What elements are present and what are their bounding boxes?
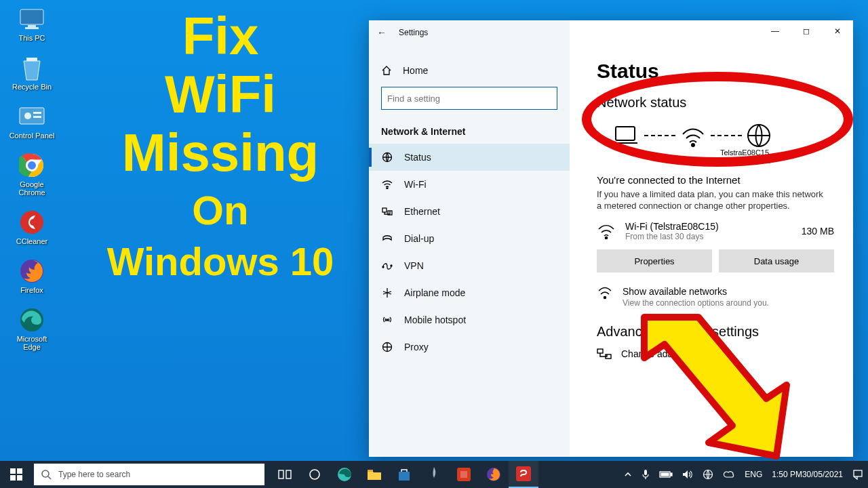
firefox-icon [18,258,45,285]
adapter-icon [597,348,612,360]
nav-label: Dial-up [404,233,434,244]
desktop-icon-label: Firefox [20,286,43,294]
desktop-icon-chrome[interactable]: Google Chrome [8,152,56,197]
wifi-icon [597,223,616,239]
svg-point-5 [24,113,31,119]
desktop-icon-ccleaner[interactable]: CCleaner [8,209,56,245]
taskbar-firefox[interactable] [479,461,509,488]
change-adapter-label: Change adapter options [621,348,722,359]
svg-rect-0 [20,9,43,24]
taskbar-snagit[interactable] [509,461,538,488]
connection-name: Wi-Fi (TelstraE08C15) [625,221,719,232]
search-icon [41,469,52,480]
cortana-button[interactable] [300,461,330,488]
svg-rect-49 [854,470,862,476]
wifi-icon [679,124,707,147]
svg-rect-41 [460,471,467,478]
sidebar-home[interactable]: Home [369,57,570,84]
show-available-networks[interactable]: Show available networks [623,286,769,297]
sidebar-item-wifi[interactable]: Wi-Fi [369,171,570,198]
tray-clock[interactable]: 1:50 PM 30/05/2021 [767,461,848,488]
svg-rect-46 [671,473,672,476]
taskbar-search[interactable]: Type here to search [34,464,264,485]
recycle-bin-icon [18,54,45,81]
tutorial-title-overlay: Fix WiFi Missing On Windows 10 [98,7,342,283]
desktop-icon-this-pc[interactable]: This PC [8,5,56,42]
dialup-icon [381,235,393,243]
taskbar-edge[interactable] [330,461,359,488]
desktop-icon-label: Control Panel [9,131,55,140]
sidebar-item-dialup[interactable]: Dial-up [369,225,570,252]
chrome-icon [18,152,45,179]
tray-language[interactable]: ENG [740,461,767,488]
tray-volume[interactable] [677,461,698,488]
connection-range: From the last 30 days [625,232,719,241]
advanced-heading: Advanced network settings [597,324,834,340]
tray-network[interactable] [698,461,718,488]
svg-rect-1 [28,25,36,27]
desktop-icon-control-panel[interactable]: Control Panel [8,103,56,140]
settings-search-input[interactable] [381,87,557,110]
network-ssid: TelstraE08C15 [655,148,834,157]
ethernet-icon [381,207,393,216]
sidebar-item-status[interactable]: Status [369,144,570,171]
start-button[interactable] [0,461,33,488]
home-icon [381,65,392,76]
sidebar-item-hotspot[interactable]: Mobile hotspot [369,306,570,333]
svg-rect-31 [10,475,16,481]
taskbar-store[interactable] [389,461,419,488]
connection-row: Wi-Fi (TelstraE08C15) From the last 30 d… [597,221,834,241]
desktop-icon-recycle-bin[interactable]: Recycle Bin [8,54,56,91]
back-button[interactable]: ← [377,27,387,38]
data-usage-button[interactable]: Data usage [719,249,834,272]
tray-overflow[interactable] [619,461,637,488]
change-adapter-row[interactable]: Change adapter options [597,348,834,360]
overlay-line: Fix [98,7,342,65]
svg-point-25 [604,297,606,299]
svg-point-36 [310,470,319,479]
svg-point-22 [692,144,694,146]
svg-rect-35 [286,470,291,479]
settings-window: ← Settings ― ◻ ✕ Home Network & Internet… [369,20,853,457]
nav-label: Wi-Fi [404,179,427,190]
sidebar-item-proxy[interactable]: Proxy [369,333,570,361]
svg-point-33 [42,470,49,477]
tray-time: 1:50 PM [772,470,802,479]
desktop-icon-firefox[interactable]: Firefox [8,258,56,294]
tray-mic[interactable] [637,461,654,488]
svg-rect-3 [26,58,37,61]
svg-point-17 [382,266,384,268]
taskbar-explorer[interactable] [359,461,389,488]
sidebar-item-ethernet[interactable]: Ethernet [369,198,570,225]
nav-label: Status [404,152,431,163]
svg-rect-34 [279,470,283,479]
vpn-icon [381,262,393,270]
tray-onedrive[interactable] [718,461,740,488]
laptop-icon [610,124,640,147]
tray-battery[interactable] [654,461,677,488]
desktop-icon-edge[interactable]: Microsoft Edge [8,306,56,351]
tray-notifications[interactable] [848,461,868,488]
taskbar-office[interactable] [449,461,479,488]
sidebar-item-vpn[interactable]: VPN [369,252,570,279]
svg-rect-32 [17,475,22,481]
task-view-button[interactable] [270,461,300,488]
ccleaner-icon [18,209,45,236]
svg-rect-21 [616,127,635,140]
properties-button[interactable]: Properties [597,249,712,272]
sidebar-item-airplane[interactable]: Airplane mode [369,279,570,306]
taskbar-app[interactable] [419,461,449,488]
svg-rect-26 [597,349,603,353]
proxy-icon [381,342,393,352]
page-title: Status [597,60,834,83]
settings-content: Status Network status TelstraE08C15 Priv… [570,20,853,457]
svg-point-10 [20,211,43,234]
taskbar: Type here to search ENG 1:50 PM 30/05/20… [0,461,868,488]
sidebar-home-label: Home [403,65,428,76]
svg-rect-6 [33,112,41,114]
desktop-icon-label: CCleaner [16,237,47,245]
taskbar-pinned [270,461,538,488]
window-title: Settings [399,28,428,37]
section-network-status: Network status [597,95,834,110]
desktop-icon-label: Google Chrome [8,180,56,197]
